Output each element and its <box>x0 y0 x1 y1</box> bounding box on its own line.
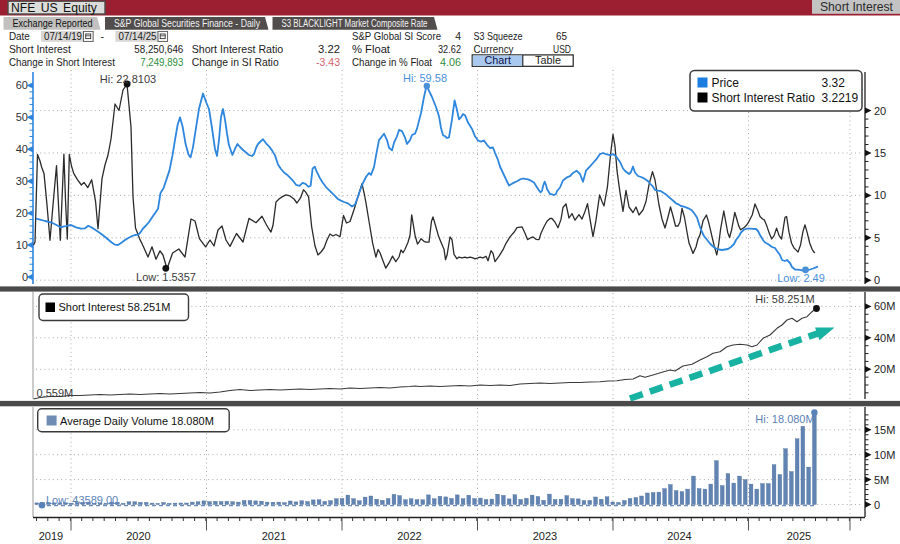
svg-text:Date: Date <box>9 30 30 42</box>
svg-text:2020: 2020 <box>126 530 150 542</box>
svg-text:Short Interest Ratio: Short Interest Ratio <box>192 43 284 55</box>
svg-text:USD: USD <box>553 43 571 55</box>
svg-text:10M: 10M <box>874 449 895 461</box>
svg-text:Currency: Currency <box>474 43 515 55</box>
svg-text:S&P Global Securities Finance: S&P Global Securities Finance - Daily <box>114 18 260 29</box>
svg-text:07/14/19: 07/14/19 <box>44 30 82 42</box>
svg-text:40: 40 <box>16 143 28 155</box>
svg-text:-3.43: -3.43 <box>316 56 340 68</box>
svg-text:3.32: 3.32 <box>822 76 846 90</box>
svg-text:30: 30 <box>16 175 28 187</box>
svg-text:S3 Squeeze: S3 Squeeze <box>474 30 523 42</box>
svg-text:2025: 2025 <box>787 530 811 542</box>
svg-text:10: 10 <box>16 239 28 251</box>
svg-text:Change in SI Ratio: Change in SI Ratio <box>192 56 279 68</box>
svg-text:-: - <box>101 30 105 42</box>
svg-text:Hi: 22.8103: Hi: 22.8103 <box>100 73 156 85</box>
svg-text:10: 10 <box>874 189 886 201</box>
svg-text:Price: Price <box>712 76 740 90</box>
svg-text:Low: 43589.00: Low: 43589.00 <box>46 494 118 506</box>
svg-text:20: 20 <box>874 105 886 117</box>
svg-text:Change in Short Interest: Change in Short Interest <box>9 56 115 68</box>
svg-text:Hi: 58.251M: Hi: 58.251M <box>755 293 814 305</box>
svg-text:S&P Global SI Score: S&P Global SI Score <box>352 30 441 42</box>
svg-text:0: 0 <box>22 271 28 283</box>
svg-text:NFE US Equity: NFE US Equity <box>11 1 98 15</box>
svg-text:Change in % Float: Change in % Float <box>352 56 432 68</box>
svg-text:Hi: 59.58: Hi: 59.58 <box>403 72 447 84</box>
svg-text:60M: 60M <box>874 300 895 312</box>
svg-text:Table: Table <box>535 54 561 66</box>
svg-text:% Float: % Float <box>352 43 390 55</box>
svg-text:4: 4 <box>455 30 461 42</box>
svg-text:4.06: 4.06 <box>440 56 461 68</box>
svg-text:Chart: Chart <box>484 54 510 66</box>
svg-text:2021: 2021 <box>262 530 286 542</box>
svg-text:40M: 40M <box>874 332 895 344</box>
svg-text:0.559M: 0.559M <box>37 387 74 399</box>
svg-text:20: 20 <box>16 207 28 219</box>
svg-text:15: 15 <box>874 147 886 159</box>
svg-text:2022: 2022 <box>397 530 421 542</box>
svg-text:Average Daily Volume 18.080M: Average Daily Volume 18.080M <box>60 415 214 427</box>
svg-text:Hi: 18.080M: Hi: 18.080M <box>755 413 814 425</box>
svg-text:60: 60 <box>16 79 28 91</box>
svg-text:2019: 2019 <box>39 530 63 542</box>
svg-text:3.22: 3.22 <box>318 43 340 55</box>
svg-text:0: 0 <box>874 499 880 511</box>
svg-text:5: 5 <box>874 232 880 244</box>
svg-text:Short Interest Ratio: Short Interest Ratio <box>712 91 816 105</box>
svg-text:58,250,646: 58,250,646 <box>134 43 183 55</box>
svg-text:0: 0 <box>874 274 880 286</box>
svg-text:Short Interest: Short Interest <box>820 0 894 14</box>
svg-text:S3 BLACKLIGHT Market Composite: S3 BLACKLIGHT Market Composite Rate <box>282 18 428 29</box>
svg-text:65: 65 <box>556 30 567 42</box>
svg-text:Short Interest: Short Interest <box>9 43 71 55</box>
svg-text:15M: 15M <box>874 424 895 436</box>
svg-text:20M: 20M <box>874 363 895 375</box>
svg-text:2024: 2024 <box>667 530 691 542</box>
svg-text:50: 50 <box>16 111 28 123</box>
svg-text:3.2219: 3.2219 <box>822 91 859 105</box>
svg-text:2023: 2023 <box>533 530 557 542</box>
svg-text:Exchange Reported: Exchange Reported <box>13 18 93 29</box>
svg-text:7,249,893: 7,249,893 <box>140 56 183 68</box>
svg-text:Short Interest 58.251M: Short Interest 58.251M <box>59 301 171 313</box>
svg-text:Low: 2.49: Low: 2.49 <box>777 272 825 284</box>
svg-text:5M: 5M <box>874 474 889 486</box>
svg-text:07/14/25: 07/14/25 <box>119 30 157 42</box>
svg-text:Low: 1.5357: Low: 1.5357 <box>136 271 196 283</box>
svg-text:32.62: 32.62 <box>438 43 461 55</box>
